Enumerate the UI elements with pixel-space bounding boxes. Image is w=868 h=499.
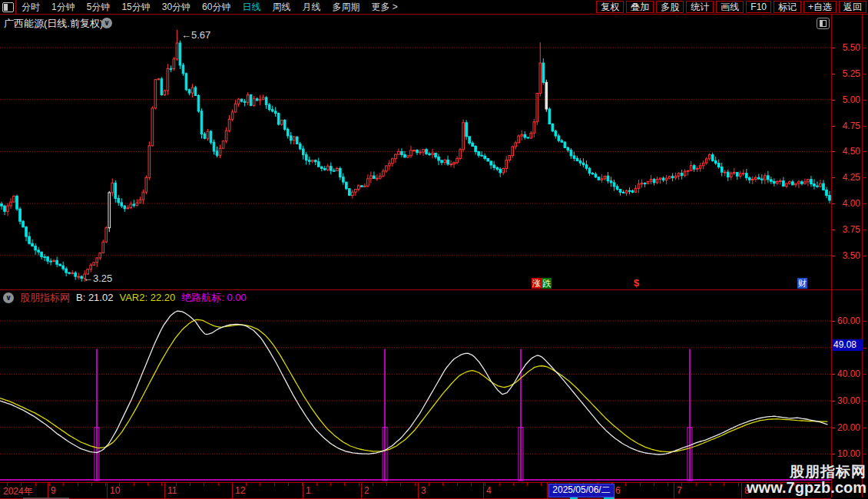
toolbar-divider	[15, 0, 16, 14]
menu-item-4[interactable]: 30分钟	[162, 0, 190, 14]
toolbar: 分时1分钟5分钟15分钟30分钟60分钟日线周线月线多周期更多 > 复权叠加多股…	[0, 0, 868, 15]
money-icon[interactable]: $	[631, 278, 641, 289]
menu-item-3[interactable]: 15分钟	[121, 0, 150, 14]
watermark-url: www.7gpzb.com	[747, 480, 866, 496]
toolbar-button-1[interactable]: 叠加	[626, 1, 654, 13]
indicator-tick-label: 40.00	[833, 368, 860, 379]
month-separator	[483, 483, 484, 498]
up-badge[interactable]: 涨	[532, 278, 542, 289]
time-axis[interactable]: 2024年91011121234678	[0, 482, 831, 499]
price-tick-label: 4.25	[833, 172, 860, 183]
month-separator	[547, 483, 548, 498]
toolbar-button-3[interactable]: 统计	[686, 1, 714, 13]
period-menu: 分时1分钟5分钟15分钟30分钟60分钟日线周线月线多周期更多 >	[22, 0, 398, 14]
price-tick-label: 4.75	[833, 121, 860, 131]
watermark: 股朋指标网 www.7gpzb.com	[747, 464, 866, 496]
month-separator	[741, 483, 742, 498]
time-axis-label: 9	[51, 485, 56, 496]
toolbar-button-7[interactable]: +自选	[803, 1, 837, 13]
month-separator	[107, 483, 108, 498]
menu-item-7[interactable]: 周线	[272, 0, 290, 14]
indicator-tick-label: 20.00	[833, 422, 860, 433]
menu-item-8[interactable]: 月线	[302, 0, 320, 14]
window-split-icon[interactable]	[2, 2, 14, 12]
price-tick-label: 4.00	[833, 198, 860, 209]
time-axis-label: 7	[677, 485, 682, 496]
toolbar-button-6[interactable]: 标记	[774, 1, 801, 13]
price-tick-label: 5.50	[833, 42, 860, 53]
time-axis-label: 3	[421, 485, 426, 496]
price-tick-label: 5.25	[833, 68, 860, 79]
time-axis-label: 11	[167, 485, 177, 496]
toolbar-button-0[interactable]: 复权	[596, 1, 624, 13]
axis-right-border	[862, 15, 863, 497]
month-separator	[674, 483, 674, 498]
candlestick-chart[interactable]: ←5.67←3.25	[0, 15, 831, 289]
toolbar-button-4[interactable]: 画线	[716, 1, 744, 13]
time-axis-label: 2	[364, 485, 369, 496]
toolbar-button-5[interactable]: F10	[746, 1, 771, 13]
toolbar-button-8[interactable]: 返回	[839, 1, 866, 13]
month-separator	[48, 483, 48, 498]
menu-item-1[interactable]: 1分钟	[51, 0, 75, 14]
menu-item-9[interactable]: 多周期	[332, 0, 359, 14]
indicator-tick-label: 30.00	[833, 395, 860, 406]
price-tick-label: 3.50	[833, 250, 860, 261]
time-axis-label: 1	[306, 485, 311, 496]
menu-item-6[interactable]: 日线	[242, 0, 260, 14]
time-axis-label: 4	[486, 485, 492, 496]
down-badge[interactable]: 跌	[542, 278, 552, 289]
time-axis-label: 6	[615, 485, 621, 496]
menu-item-2[interactable]: 5分钟	[87, 0, 111, 14]
candles	[1, 30, 831, 282]
toolbar-buttons: 复权叠加多股统计画线F10标记+自选返回	[596, 1, 866, 13]
finance-badge[interactable]: 财	[797, 278, 807, 289]
menu-item-0[interactable]: 分时	[22, 0, 40, 14]
selected-date-box[interactable]: 2025/05/06/二	[548, 484, 615, 497]
menu-item-10[interactable]: 更多 >	[371, 0, 397, 14]
time-axis-label: 2024年	[3, 485, 33, 498]
indicator-chart[interactable]	[0, 290, 831, 481]
indicator-tick-label: 10.00	[833, 448, 860, 459]
menu-item-5[interactable]: 60分钟	[202, 0, 230, 14]
low-annotation: ←3.25	[83, 273, 112, 284]
time-axis-label: 10	[110, 485, 120, 496]
high-annotation: ←5.67	[181, 29, 210, 41]
watermark-site-name: 股朋指标网	[747, 464, 866, 480]
price-tick-label: 4.50	[833, 146, 860, 157]
indicator-tick-label: 60.00	[833, 316, 860, 326]
month-separator	[361, 483, 362, 498]
price-tick-label: 3.75	[833, 224, 860, 235]
month-separator	[164, 483, 165, 498]
toolbar-button-2[interactable]: 多股	[656, 1, 684, 13]
current-value-box: 49.08	[832, 339, 863, 351]
time-axis-label: 12	[235, 485, 245, 496]
price-tick-label: 5.00	[833, 94, 860, 105]
month-separator	[418, 483, 419, 498]
